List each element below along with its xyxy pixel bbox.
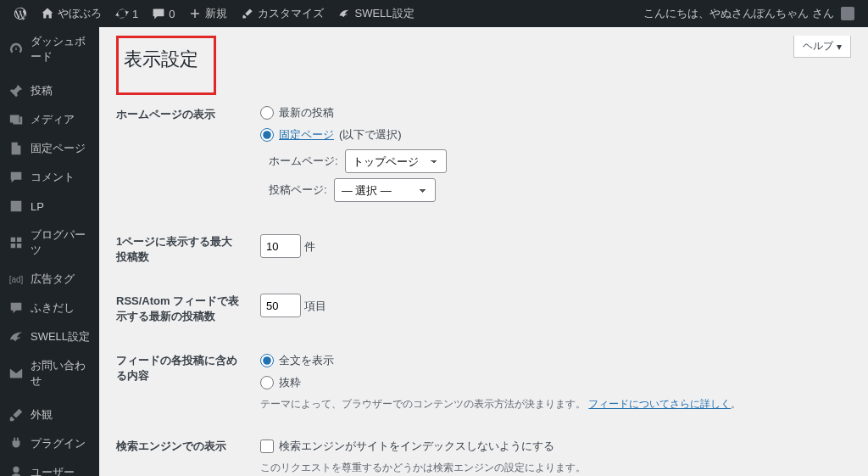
page-icon (8, 141, 24, 156)
greeting-text: こんにちは、やぬさんぽんちゃん さん (643, 6, 834, 21)
account-greeting[interactable]: こんにちは、やぬさんぽんちゃん さん (637, 0, 861, 27)
updates-count: 1 (132, 8, 138, 20)
user-icon (8, 465, 24, 476)
swell-menu-icon (8, 329, 24, 344)
chevron-down-icon: ▾ (837, 41, 842, 53)
radio-feed-full[interactable] (260, 354, 274, 367)
menu-media[interactable]: メディア (0, 105, 99, 134)
perpage-unit: 件 (304, 240, 315, 253)
ad-icon: [ad] (8, 272, 24, 287)
site-name-label: やぼぶろ (58, 6, 102, 21)
menu-pages[interactable]: 固定ページ (0, 134, 99, 163)
update-icon (115, 7, 129, 20)
static-page-link[interactable]: 固定ページ (279, 127, 334, 143)
menu-plugins[interactable]: プラグイン (0, 429, 99, 458)
noindex-label: 検索エンジンがサイトをインデックスしないようにする (279, 439, 554, 454)
wp-logo[interactable] (7, 0, 34, 27)
menu-comments[interactable]: コメント (0, 163, 99, 192)
row-rss-label: RSS/Atom フィードで表示する最新の投稿数 (116, 277, 252, 336)
updates[interactable]: 1 (108, 0, 145, 27)
plug-icon (8, 436, 24, 451)
comments-icon (8, 170, 24, 185)
radio-latest-posts[interactable] (260, 106, 274, 120)
home-page-select[interactable]: トップページ (345, 149, 447, 173)
page-title: 表示設定 (124, 40, 198, 76)
media-icon (8, 112, 24, 127)
new-label: 新規 (205, 6, 227, 21)
feed-learn-more-link[interactable]: フィードについてさらに詳しく (588, 398, 731, 410)
lp-icon (8, 199, 24, 214)
brush-icon (241, 7, 254, 20)
posts-per-page-input[interactable] (260, 234, 301, 258)
menu-fukidashi[interactable]: ふきだし (0, 294, 99, 322)
radio-latest-label: 最新の投稿 (279, 105, 334, 120)
seo-desc: このリクエストを尊重するかどうかは検索エンジンの設定によります。 (260, 461, 843, 475)
swell-icon (337, 7, 351, 20)
row-perpage-label: 1ページに表示する最大投稿数 (116, 217, 252, 277)
site-name[interactable]: やぼぶろ (34, 0, 108, 27)
menu-blogparts[interactable]: ブログパーツ (0, 221, 99, 265)
comments-count: 0 (169, 8, 175, 20)
menu-swell[interactable]: SWELL設定 (0, 322, 99, 351)
posts-page-select[interactable]: — 選択 — (334, 178, 436, 202)
radio-feed-summary[interactable] (260, 376, 274, 389)
menu-adtag[interactable]: [ad] 広告タグ (0, 265, 99, 294)
radio-static-page[interactable] (260, 128, 274, 142)
row-feed-label: フィードの各投稿に含める内容 (116, 336, 252, 422)
home-select-label: ホームページ: (269, 154, 338, 169)
grid-icon (8, 235, 24, 250)
dashboard-icon (8, 42, 24, 57)
avatar-icon (841, 7, 854, 20)
swell-settings-bar[interactable]: SWELL設定 (331, 0, 420, 27)
rss-count-input[interactable] (260, 294, 301, 317)
customize-label: カスタマイズ (258, 6, 324, 21)
menu-posts[interactable]: 投稿 (0, 76, 99, 105)
feed-desc: テーマによって、ブラウザーでのコンテンツの表示方法が決まります。 フィードについ… (260, 397, 843, 412)
mail-icon (8, 366, 24, 381)
new-content[interactable]: 新規 (181, 0, 234, 27)
comment-icon (152, 7, 165, 20)
menu-contact[interactable]: お問い合わせ (0, 351, 99, 395)
speech-icon (8, 300, 24, 316)
plus-icon (188, 7, 202, 20)
checkbox-noindex[interactable] (260, 440, 274, 453)
appearance-icon (8, 407, 24, 423)
help-tab[interactable]: ヘルプ ▾ (793, 36, 851, 58)
menu-appearance[interactable]: 外観 (0, 400, 99, 429)
feed-summary-label: 抜粋 (279, 375, 301, 390)
customize[interactable]: カスタマイズ (234, 0, 331, 27)
pin-icon (8, 83, 24, 98)
rss-unit: 項目 (304, 300, 326, 312)
feed-full-label: 全文を表示 (279, 353, 334, 368)
swell-label: SWELL設定 (354, 6, 414, 21)
menu-dashboard[interactable]: ダッシュボード (0, 27, 99, 71)
row-homepage-label: ホームページの表示 (116, 95, 252, 217)
static-suffix: (以下で選択) (339, 127, 402, 143)
wordpress-icon (14, 7, 27, 20)
home-icon (41, 7, 54, 20)
posts-select-label: 投稿ページ: (269, 182, 327, 198)
menu-lp[interactable]: LP (0, 192, 99, 221)
menu-users[interactable]: ユーザー (0, 458, 99, 476)
comments[interactable]: 0 (145, 0, 181, 27)
page-title-highlight: 表示設定 (116, 36, 216, 95)
row-seo-label: 検索エンジンでの表示 (116, 422, 252, 476)
